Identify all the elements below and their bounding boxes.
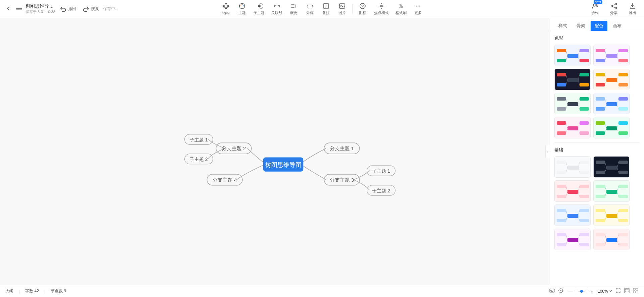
base-theme-6[interactable] xyxy=(593,204,630,226)
outline-link[interactable]: 大纲 xyxy=(5,288,13,294)
tool-theme-label: 主题 xyxy=(238,10,246,15)
title-area: 树图思维导… 保存于 8-31 10:38 xyxy=(26,3,55,14)
svg-rect-3 xyxy=(225,3,227,4)
tool-icon[interactable]: 图标 xyxy=(355,1,370,17)
svg-rect-81 xyxy=(557,73,566,76)
svg-rect-144 xyxy=(580,171,589,174)
tool-image[interactable]: 图片 xyxy=(335,1,350,17)
svg-rect-112 xyxy=(596,107,605,111)
svg-rect-204 xyxy=(580,243,589,246)
collaborate-label: 协作 xyxy=(591,10,599,15)
svg-rect-213 xyxy=(618,233,628,236)
back-button[interactable] xyxy=(4,4,13,14)
export-label: 导出 xyxy=(629,10,636,15)
right-sidebar-wrapper: › 样式 骨架 配色 画布 色彩 xyxy=(550,18,644,285)
svg-point-31 xyxy=(416,6,417,7)
tool-subtopic-label: 子主题 xyxy=(254,10,265,15)
fit-screen-icon[interactable] xyxy=(615,288,621,295)
tool-relation-label: 关联线 xyxy=(271,10,282,15)
svg-rect-132 xyxy=(596,131,605,135)
tool-focus[interactable]: 焦点模式 xyxy=(371,1,392,17)
svg-point-36 xyxy=(615,3,617,5)
base-theme-2[interactable] xyxy=(593,156,630,178)
svg-rect-102 xyxy=(557,107,566,111)
svg-point-37 xyxy=(611,5,613,7)
export-button[interactable]: 导出 xyxy=(625,1,640,17)
menu-button[interactable] xyxy=(15,4,24,14)
fullscreen-icon[interactable] xyxy=(624,288,630,295)
svg-rect-5 xyxy=(227,5,229,7)
svg-rect-191 xyxy=(596,209,605,212)
svg-rect-214 xyxy=(618,243,628,246)
share-button[interactable]: 分享 xyxy=(606,1,621,17)
keyboard-icon[interactable] xyxy=(549,288,555,295)
grid-icon[interactable] xyxy=(633,288,639,295)
undo-button[interactable]: 撤回 xyxy=(57,4,78,14)
svg-rect-114 xyxy=(618,107,628,111)
mindmap-svg: 子主题 1 子主题 2 分支主题 2 分支主题 4 树图思维导图 分支主题 1 … xyxy=(0,18,550,285)
collaborate-button[interactable]: 协作 BETA xyxy=(588,1,602,17)
separator-2: | xyxy=(44,289,45,294)
svg-point-231 xyxy=(580,290,583,293)
tab-skeleton[interactable]: 骨架 xyxy=(572,21,589,31)
svg-rect-163 xyxy=(580,185,589,188)
topbar-left: 树图思维导… 保存于 8-31 10:38 撤回 恢复 保存中... xyxy=(4,3,119,14)
tool-relation[interactable]: 关联线 xyxy=(269,1,285,17)
svg-rect-170 xyxy=(606,190,617,194)
svg-rect-161 xyxy=(557,185,566,188)
svg-rect-64 xyxy=(580,59,589,62)
base-theme-3[interactable] xyxy=(554,180,591,202)
svg-rect-210 xyxy=(606,238,617,242)
svg-rect-104 xyxy=(580,107,589,111)
svg-text:分支主题 4: 分支主题 4 xyxy=(213,177,237,183)
base-theme-4[interactable] xyxy=(593,180,630,202)
doc-title: 树图思维导… xyxy=(26,3,55,9)
tab-canvas[interactable]: 画布 xyxy=(609,21,626,31)
tool-icon-label: 图标 xyxy=(359,10,366,15)
color-row-1 xyxy=(554,45,640,66)
svg-rect-184 xyxy=(580,219,589,222)
tool-structure[interactable]: 结构 xyxy=(219,1,233,17)
tab-color[interactable]: 配色 xyxy=(591,21,607,31)
svg-rect-73 xyxy=(618,49,628,52)
zoom-minus-button[interactable]: — xyxy=(566,288,574,295)
color-theme-1[interactable] xyxy=(554,45,591,66)
color-theme-3[interactable] xyxy=(554,69,591,90)
zoom-plus-button[interactable]: + xyxy=(589,288,595,295)
svg-rect-80 xyxy=(567,78,578,82)
base-theme-8[interactable] xyxy=(593,229,630,250)
svg-rect-94 xyxy=(618,83,628,86)
base-theme-7[interactable] xyxy=(554,229,591,250)
base-theme-5[interactable] xyxy=(554,204,591,226)
tool-more[interactable]: 更多 xyxy=(411,1,425,17)
svg-rect-74 xyxy=(618,59,628,62)
sidebar-collapse-button[interactable]: › xyxy=(545,145,550,158)
tool-note[interactable]: 备注 xyxy=(319,1,333,17)
svg-rect-6 xyxy=(225,8,227,9)
zoom-divider-2 xyxy=(587,289,587,294)
tool-theme[interactable]: 主题 xyxy=(235,1,249,17)
color-theme-8[interactable] xyxy=(593,117,630,138)
tab-style[interactable]: 样式 xyxy=(554,21,571,31)
color-theme-5[interactable] xyxy=(554,93,591,114)
tool-summary[interactable]: 概要 xyxy=(286,1,301,17)
zoom-value[interactable]: 100% xyxy=(598,289,612,294)
tool-format[interactable]: 格式刷 xyxy=(393,1,409,17)
share-label: 分享 xyxy=(610,10,617,15)
tool-frame[interactable]: 外框 xyxy=(303,1,317,17)
color-theme-2[interactable] xyxy=(593,45,630,66)
redo-button[interactable]: 恢复 xyxy=(80,4,101,14)
color-theme-7[interactable] xyxy=(554,117,591,138)
node-count: 节点数 9 xyxy=(51,288,66,294)
color-theme-6[interactable] xyxy=(593,93,630,114)
canvas-area[interactable]: 子主题 1 子主题 2 分支主题 2 分支主题 4 树图思维导图 分支主题 1 … xyxy=(0,18,550,285)
color-theme-4[interactable] xyxy=(593,69,630,90)
svg-rect-173 xyxy=(618,185,628,188)
topbar-right: 协作 BETA 分享 导出 xyxy=(588,1,640,17)
tool-note-label: 备注 xyxy=(322,10,330,15)
base-theme-1[interactable] xyxy=(554,156,591,178)
svg-rect-222 xyxy=(553,290,553,291)
locate-icon[interactable] xyxy=(558,288,564,295)
tool-subtopic[interactable]: 子主题 xyxy=(251,1,267,17)
svg-line-40 xyxy=(612,6,615,8)
